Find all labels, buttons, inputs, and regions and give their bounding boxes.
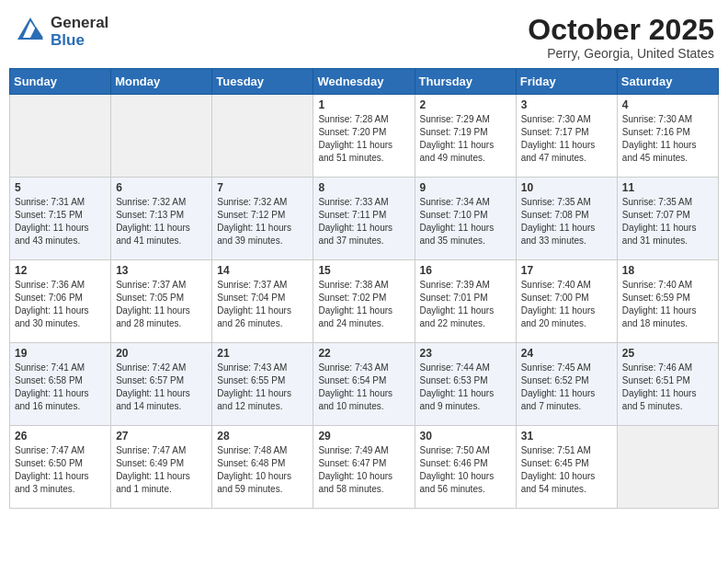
day-number: 13 [116,264,207,277]
day-number: 17 [521,264,612,277]
day-number: 22 [318,347,409,360]
day-number: 18 [622,264,713,277]
day-info: Sunrise: 7:41 AMSunset: 6:58 PMDaylight:… [15,362,106,413]
day-number: 4 [622,98,713,111]
day-number: 29 [318,430,409,442]
calendar-cell: 9Sunrise: 7:34 AMSunset: 7:10 PMDaylight… [415,178,516,260]
day-number: 1 [318,98,409,111]
calendar-cell: 6Sunrise: 7:32 AMSunset: 7:13 PMDaylight… [111,178,212,260]
calendar-cell: 17Sunrise: 7:40 AMSunset: 7:00 PMDayligh… [516,260,617,343]
day-number: 21 [217,347,308,360]
calendar-cell: 14Sunrise: 7:37 AMSunset: 7:04 PMDayligh… [212,260,313,343]
month-title: October 2025 [528,14,714,46]
calendar-cell: 20Sunrise: 7:42 AMSunset: 6:57 PMDayligh… [111,343,212,426]
calendar-cell: 10Sunrise: 7:35 AMSunset: 7:08 PMDayligh… [516,178,617,260]
title-block: October 2025 Perry, Georgia, United Stat… [528,14,714,61]
day-number: 12 [15,264,106,277]
day-number: 8 [318,181,409,194]
calendar-cell: 26Sunrise: 7:47 AMSunset: 6:50 PMDayligh… [10,426,111,509]
day-info: Sunrise: 7:45 AMSunset: 6:52 PMDaylight:… [521,362,612,413]
day-header-tuesday: Tuesday [212,69,313,95]
day-header-sunday: Sunday [10,69,111,95]
day-info: Sunrise: 7:47 AMSunset: 6:50 PMDaylight:… [15,444,106,496]
day-header-thursday: Thursday [415,69,516,95]
calendar-cell: 13Sunrise: 7:37 AMSunset: 7:05 PMDayligh… [111,260,212,343]
logo: General Blue [14,14,108,51]
calendar-cell: 3Sunrise: 7:30 AMSunset: 7:17 PMDaylight… [516,95,617,178]
day-info: Sunrise: 7:49 AMSunset: 6:47 PMDaylight:… [318,444,409,496]
day-info: Sunrise: 7:40 AMSunset: 7:00 PMDaylight:… [521,279,612,330]
calendar-row-5: 26Sunrise: 7:47 AMSunset: 6:50 PMDayligh… [10,426,719,509]
calendar-cell: 16Sunrise: 7:39 AMSunset: 7:01 PMDayligh… [415,260,516,343]
calendar-cell: 24Sunrise: 7:45 AMSunset: 6:52 PMDayligh… [516,343,617,426]
calendar-cell [10,95,111,178]
calendar-cell: 18Sunrise: 7:40 AMSunset: 6:59 PMDayligh… [617,260,718,343]
calendar-row-1: 1Sunrise: 7:28 AMSunset: 7:20 PMDaylight… [10,95,719,178]
calendar-cell: 27Sunrise: 7:47 AMSunset: 6:49 PMDayligh… [111,426,212,509]
day-number: 30 [420,430,511,442]
day-number: 26 [15,430,106,442]
day-number: 7 [217,181,308,194]
logo-icon [14,14,47,47]
day-number: 20 [116,347,207,360]
day-header-friday: Friday [516,69,617,95]
day-number: 15 [318,264,409,277]
calendar-cell: 30Sunrise: 7:50 AMSunset: 6:46 PMDayligh… [415,426,516,509]
day-info: Sunrise: 7:43 AMSunset: 6:54 PMDaylight:… [318,362,409,413]
day-info: Sunrise: 7:44 AMSunset: 6:53 PMDaylight:… [420,362,511,413]
day-info: Sunrise: 7:32 AMSunset: 7:13 PMDaylight:… [116,196,207,247]
calendar-cell: 23Sunrise: 7:44 AMSunset: 6:53 PMDayligh… [415,343,516,426]
day-number: 27 [116,430,207,442]
page-header: General Blue October 2025 Perry, Georgia… [9,9,719,61]
calendar-cell: 29Sunrise: 7:49 AMSunset: 6:47 PMDayligh… [313,426,415,509]
calendar-cell [212,95,313,178]
day-info: Sunrise: 7:32 AMSunset: 7:12 PMDaylight:… [217,196,308,247]
day-number: 24 [521,347,612,360]
calendar-cell: 8Sunrise: 7:33 AMSunset: 7:11 PMDaylight… [313,178,415,260]
calendar-row-3: 12Sunrise: 7:36 AMSunset: 7:06 PMDayligh… [10,260,719,343]
day-info: Sunrise: 7:31 AMSunset: 7:15 PMDaylight:… [15,196,106,247]
day-number: 5 [15,181,106,194]
calendar-cell: 19Sunrise: 7:41 AMSunset: 6:58 PMDayligh… [10,343,111,426]
day-info: Sunrise: 7:37 AMSunset: 7:05 PMDaylight:… [116,279,207,330]
day-info: Sunrise: 7:30 AMSunset: 7:16 PMDaylight:… [622,113,713,165]
day-info: Sunrise: 7:50 AMSunset: 6:46 PMDaylight:… [420,444,511,496]
day-info: Sunrise: 7:29 AMSunset: 7:19 PMDaylight:… [420,113,511,165]
calendar-table: SundayMondayTuesdayWednesdayThursdayFrid… [9,68,719,509]
day-number: 9 [420,181,511,194]
day-info: Sunrise: 7:37 AMSunset: 7:04 PMDaylight:… [217,279,308,330]
day-info: Sunrise: 7:34 AMSunset: 7:10 PMDaylight:… [420,196,511,247]
day-info: Sunrise: 7:42 AMSunset: 6:57 PMDaylight:… [116,362,207,413]
calendar-cell: 12Sunrise: 7:36 AMSunset: 7:06 PMDayligh… [10,260,111,343]
day-number: 23 [420,347,511,360]
calendar-row-2: 5Sunrise: 7:31 AMSunset: 7:15 PMDaylight… [10,178,719,260]
calendar-cell: 4Sunrise: 7:30 AMSunset: 7:16 PMDaylight… [617,95,718,178]
calendar-cell: 21Sunrise: 7:43 AMSunset: 6:55 PMDayligh… [212,343,313,426]
day-info: Sunrise: 7:38 AMSunset: 7:02 PMDaylight:… [318,279,409,330]
day-info: Sunrise: 7:47 AMSunset: 6:49 PMDaylight:… [116,444,207,496]
day-info: Sunrise: 7:35 AMSunset: 7:08 PMDaylight:… [521,196,612,247]
day-info: Sunrise: 7:35 AMSunset: 7:07 PMDaylight:… [622,196,713,247]
day-info: Sunrise: 7:28 AMSunset: 7:20 PMDaylight:… [318,113,409,165]
day-header-monday: Monday [111,69,212,95]
day-number: 19 [15,347,106,360]
calendar-cell: 7Sunrise: 7:32 AMSunset: 7:12 PMDaylight… [212,178,313,260]
calendar-cell: 25Sunrise: 7:46 AMSunset: 6:51 PMDayligh… [617,343,718,426]
day-number: 25 [622,347,713,360]
day-header-saturday: Saturday [617,69,718,95]
day-number: 2 [420,98,511,111]
day-number: 28 [217,430,308,442]
day-info: Sunrise: 7:48 AMSunset: 6:48 PMDaylight:… [217,444,308,496]
calendar-cell: 5Sunrise: 7:31 AMSunset: 7:15 PMDaylight… [10,178,111,260]
day-number: 6 [116,181,207,194]
logo-blue: Blue [51,32,108,50]
day-info: Sunrise: 7:36 AMSunset: 7:06 PMDaylight:… [15,279,106,330]
day-number: 10 [521,181,612,194]
calendar-cell: 28Sunrise: 7:48 AMSunset: 6:48 PMDayligh… [212,426,313,509]
header-row: SundayMondayTuesdayWednesdayThursdayFrid… [10,69,719,95]
day-number: 3 [521,98,612,111]
day-number: 16 [420,264,511,277]
logo-general: General [51,15,108,32]
day-header-wednesday: Wednesday [313,69,415,95]
day-info: Sunrise: 7:43 AMSunset: 6:55 PMDaylight:… [217,362,308,413]
